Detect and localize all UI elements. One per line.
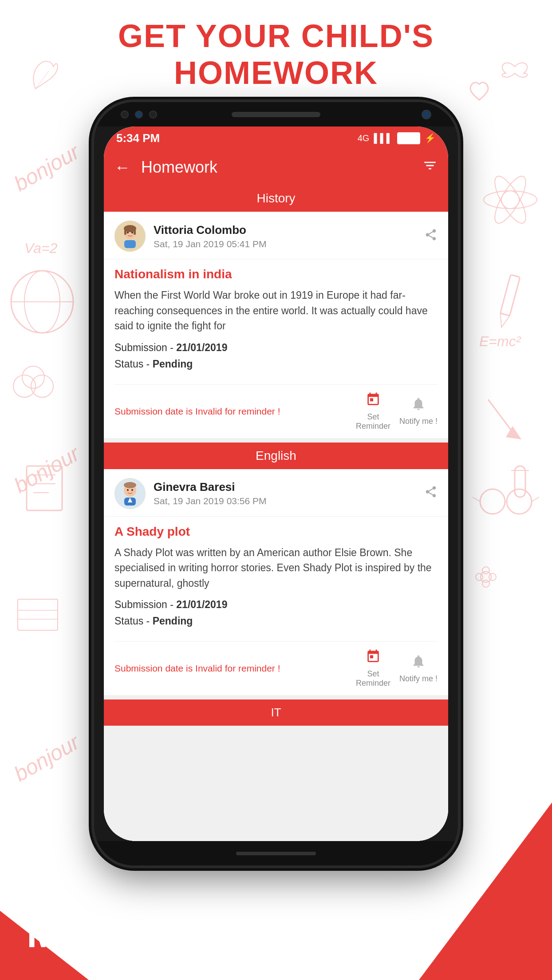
homework-submission-1: Submission - 21/01/2019	[114, 342, 438, 354]
svg-point-23	[481, 572, 491, 582]
card-top-1: Vittoria Colombo Sat, 19 Jan 2019 05:41 …	[104, 212, 448, 259]
svg-rect-33	[18, 599, 58, 630]
app-bar: ← Homework	[104, 150, 448, 185]
svg-point-50	[127, 489, 129, 491]
homework-card-2: Ginevra Baresi Sat, 19 Jan 2019 03:56 PM…	[104, 469, 448, 695]
battery-level: 79	[400, 133, 410, 143]
section-english-header: English	[104, 443, 448, 469]
phone-notch	[94, 102, 458, 126]
filter-button[interactable]	[422, 158, 438, 177]
svg-point-45	[131, 232, 133, 233]
notify-btn-1[interactable]: Notify me !	[399, 396, 438, 426]
section-english-label: English	[256, 449, 296, 462]
svg-marker-6	[497, 313, 510, 329]
bottom-tab-label: IT	[271, 706, 281, 719]
set-reminder-btn-1[interactable]: SetReminder	[356, 392, 390, 431]
homework-title-1: Nationalism in india	[114, 267, 438, 281]
svg-rect-42	[124, 229, 126, 235]
signal-icon: ▌▌▌	[374, 133, 393, 143]
calendar-icon-2	[366, 649, 381, 668]
phone-dot-1	[121, 111, 129, 119]
svg-point-22	[482, 580, 489, 587]
phone-camera	[135, 111, 143, 119]
svg-marker-37	[506, 426, 521, 439]
card-body-1: Nationalism in india When the First Worl…	[104, 259, 448, 384]
charging-icon: ⚡	[425, 133, 436, 143]
svg-point-51	[131, 489, 133, 491]
logo-cap-icon	[62, 921, 86, 943]
svg-point-26	[13, 375, 35, 397]
header-line1: GET YOUR CHILD'S	[118, 18, 434, 54]
svg-rect-46	[124, 240, 136, 248]
bell-icon-2	[411, 654, 426, 672]
teacher-date-2: Sat, 19 Jan 2019 03:56 PM	[154, 496, 267, 506]
svg-point-28	[480, 489, 505, 514]
header-line2: HOMEWORK	[174, 55, 378, 91]
logo-m: M	[27, 913, 60, 953]
svg-text:bonjour: bonjour	[10, 730, 84, 786]
share-button-1[interactable]	[424, 228, 438, 245]
bell-icon-1	[411, 396, 426, 415]
network-icon: 4G	[358, 133, 370, 143]
svg-point-29	[507, 489, 532, 514]
svg-point-49	[124, 482, 136, 488]
phone-screen: 5:34 PM 4G ▌▌▌ 79% ⚡ ← Homework	[104, 126, 448, 841]
phone-dot-2	[149, 111, 157, 119]
app-bar-title: Homework	[141, 158, 422, 177]
svg-point-57	[67, 931, 81, 938]
svg-point-20	[482, 567, 489, 574]
svg-text:Va=2: Va=2	[24, 240, 58, 256]
svg-text:E=mc²: E=mc²	[479, 333, 521, 349]
teacher-info-2: Ginevra Baresi Sat, 19 Jan 2019 03:56 PM	[154, 480, 267, 506]
teacher-avatar-2	[114, 478, 146, 509]
svg-rect-43	[134, 229, 136, 235]
homework-status-2: Status - Pending	[114, 615, 438, 627]
status-bar: 5:34 PM 4G ▌▌▌ 79% ⚡	[104, 126, 448, 150]
status-time: 5:34 PM	[116, 131, 160, 145]
svg-point-44	[127, 232, 129, 233]
reminder-text-2: Submission date is Invalid for reminder …	[114, 663, 347, 674]
svg-point-8	[484, 191, 537, 209]
svg-point-9	[489, 172, 532, 227]
phone-camera-right	[422, 110, 431, 119]
reminder-text-1: Submission date is Invalid for reminder …	[114, 406, 347, 417]
homework-status-1: Status - Pending	[114, 358, 438, 370]
header-section: GET YOUR CHILD'S HOMEWORK	[0, 18, 552, 91]
notify-label-1: Notify me !	[399, 417, 438, 426]
svg-point-19	[476, 573, 483, 581]
svg-rect-5	[500, 275, 520, 316]
back-button[interactable]: ←	[114, 158, 130, 177]
notify-label-2: Notify me !	[399, 674, 438, 684]
phone-frame: 5:34 PM 4G ▌▌▌ 79% ⚡ ← Homework	[94, 102, 458, 865]
bottom-tab: IT	[104, 699, 448, 726]
phone-bottom	[94, 841, 458, 865]
phone-home-bar	[236, 852, 316, 855]
set-reminder-label-2: SetReminder	[356, 669, 390, 688]
section-history-header: History	[104, 185, 448, 212]
svg-line-32	[532, 497, 539, 502]
homework-desc-2: A Shady Plot was written by an American …	[114, 545, 438, 591]
set-reminder-btn-2[interactable]: SetReminder	[356, 649, 390, 688]
battery-indicator: 79%	[397, 132, 420, 144]
card-actions-1: Submission date is Invalid for reminder …	[104, 385, 448, 438]
homework-submission-2: Submission - 21/01/2019	[114, 599, 438, 611]
calendar-icon-1	[366, 392, 381, 411]
header-title: GET YOUR CHILD'S HOMEWORK	[0, 18, 552, 91]
phone-front-cameras	[121, 111, 157, 119]
teacher-date-1: Sat, 19 Jan 2019 05:41 PM	[154, 239, 267, 249]
share-button-2[interactable]	[424, 485, 438, 502]
notify-btn-2[interactable]: Notify me !	[399, 654, 438, 684]
phone-speaker	[232, 112, 320, 117]
svg-point-21	[489, 573, 496, 581]
teacher-name-1: Vittoria Colombo	[154, 223, 267, 237]
svg-line-31	[473, 497, 480, 502]
logo-area: M	[27, 913, 86, 953]
teacher-name-2: Ginevra Baresi	[154, 480, 267, 494]
status-icons: 4G ▌▌▌ 79% ⚡	[358, 132, 436, 144]
svg-point-25	[22, 366, 44, 388]
set-reminder-label-1: SetReminder	[356, 412, 390, 431]
section-history-label: History	[256, 191, 295, 205]
screen-content: 5:34 PM 4G ▌▌▌ 79% ⚡ ← Homework	[104, 126, 448, 841]
teacher-info-1: Vittoria Colombo Sat, 19 Jan 2019 05:41 …	[154, 223, 267, 249]
content-scroll[interactable]: History	[104, 185, 448, 841]
